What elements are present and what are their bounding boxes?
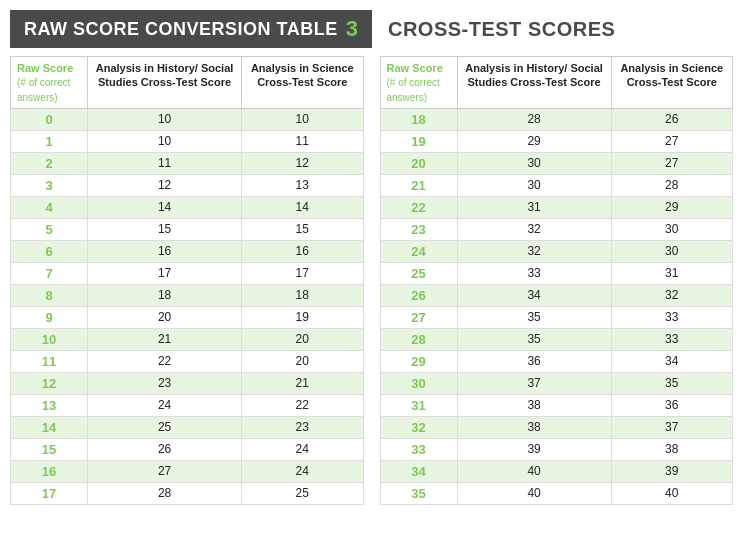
raw-score-cell: 5 bbox=[11, 218, 88, 240]
table-row: 3 12 13 bbox=[11, 174, 364, 196]
raw-score-cell: 16 bbox=[11, 460, 88, 482]
raw-score-cell: 25 bbox=[380, 262, 457, 284]
history-cell: 18 bbox=[88, 284, 242, 306]
table-title-num: 3 bbox=[346, 16, 358, 42]
table-row: 25 33 31 bbox=[380, 262, 733, 284]
raw-score-cell: 15 bbox=[11, 438, 88, 460]
table-row: 27 35 33 bbox=[380, 306, 733, 328]
table-row: 1 10 11 bbox=[11, 130, 364, 152]
col-header-science-1: Analysis in Science Cross-Test Score bbox=[242, 57, 363, 109]
science-cell: 16 bbox=[242, 240, 363, 262]
raw-score-cell: 2 bbox=[11, 152, 88, 174]
history-cell: 35 bbox=[457, 306, 611, 328]
science-cell: 20 bbox=[242, 328, 363, 350]
science-cell: 30 bbox=[611, 240, 732, 262]
science-cell: 14 bbox=[242, 196, 363, 218]
science-cell: 33 bbox=[611, 306, 732, 328]
science-cell: 28 bbox=[611, 174, 732, 196]
science-cell: 35 bbox=[611, 372, 732, 394]
history-cell: 38 bbox=[457, 416, 611, 438]
science-cell: 37 bbox=[611, 416, 732, 438]
raw-score-cell: 30 bbox=[380, 372, 457, 394]
table-row: 33 39 38 bbox=[380, 438, 733, 460]
table-row: 11 22 20 bbox=[11, 350, 364, 372]
history-cell: 34 bbox=[457, 284, 611, 306]
science-cell: 31 bbox=[611, 262, 732, 284]
table-row: 0 10 10 bbox=[11, 108, 364, 130]
table-row: 28 35 33 bbox=[380, 328, 733, 350]
raw-score-cell: 17 bbox=[11, 482, 88, 504]
table-row: 20 30 27 bbox=[380, 152, 733, 174]
science-cell: 18 bbox=[242, 284, 363, 306]
tables-row: Raw Score (# of correct answers) Analysi… bbox=[10, 56, 733, 505]
raw-score-cell: 10 bbox=[11, 328, 88, 350]
raw-score-cell: 9 bbox=[11, 306, 88, 328]
table-row: 4 14 14 bbox=[11, 196, 364, 218]
table-row: 16 27 24 bbox=[11, 460, 364, 482]
raw-score-cell: 8 bbox=[11, 284, 88, 306]
science-cell: 24 bbox=[242, 460, 363, 482]
science-cell: 24 bbox=[242, 438, 363, 460]
history-cell: 21 bbox=[88, 328, 242, 350]
table-row: 5 15 15 bbox=[11, 218, 364, 240]
raw-score-cell: 26 bbox=[380, 284, 457, 306]
table-row: 31 38 36 bbox=[380, 394, 733, 416]
history-cell: 26 bbox=[88, 438, 242, 460]
col-header-science-2: Analysis in Science Cross-Test Score bbox=[611, 57, 732, 109]
raw-score-cell: 19 bbox=[380, 130, 457, 152]
raw-score-cell: 31 bbox=[380, 394, 457, 416]
raw-score-cell: 23 bbox=[380, 218, 457, 240]
page-container: RAW SCORE CONVERSION TABLE 3 CROSS-TEST … bbox=[10, 10, 733, 505]
table-row: 29 36 34 bbox=[380, 350, 733, 372]
science-cell: 11 bbox=[242, 130, 363, 152]
raw-score-cell: 22 bbox=[380, 196, 457, 218]
table-row: 18 28 26 bbox=[380, 108, 733, 130]
history-cell: 15 bbox=[88, 218, 242, 240]
table-row: 13 24 22 bbox=[11, 394, 364, 416]
raw-score-cell: 1 bbox=[11, 130, 88, 152]
raw-score-cell: 12 bbox=[11, 372, 88, 394]
history-cell: 16 bbox=[88, 240, 242, 262]
science-cell: 20 bbox=[242, 350, 363, 372]
science-cell: 34 bbox=[611, 350, 732, 372]
table-row: 23 32 30 bbox=[380, 218, 733, 240]
conversion-table-1: Raw Score (# of correct answers) Analysi… bbox=[10, 56, 364, 505]
history-cell: 28 bbox=[88, 482, 242, 504]
table-row: 34 40 39 bbox=[380, 460, 733, 482]
raw-score-cell: 32 bbox=[380, 416, 457, 438]
raw-score-cell: 3 bbox=[11, 174, 88, 196]
table-row: 8 18 18 bbox=[11, 284, 364, 306]
history-cell: 32 bbox=[457, 218, 611, 240]
science-cell: 32 bbox=[611, 284, 732, 306]
science-cell: 27 bbox=[611, 130, 732, 152]
table-row: 32 38 37 bbox=[380, 416, 733, 438]
cross-test-title: CROSS-TEST SCORES bbox=[388, 18, 615, 41]
history-cell: 24 bbox=[88, 394, 242, 416]
history-cell: 23 bbox=[88, 372, 242, 394]
history-cell: 17 bbox=[88, 262, 242, 284]
history-cell: 10 bbox=[88, 130, 242, 152]
table-row: 14 25 23 bbox=[11, 416, 364, 438]
table-row: 19 29 27 bbox=[380, 130, 733, 152]
raw-score-cell: 24 bbox=[380, 240, 457, 262]
table-row: 12 23 21 bbox=[11, 372, 364, 394]
science-cell: 21 bbox=[242, 372, 363, 394]
history-cell: 30 bbox=[457, 152, 611, 174]
history-cell: 14 bbox=[88, 196, 242, 218]
table-row: 26 34 32 bbox=[380, 284, 733, 306]
header-row: RAW SCORE CONVERSION TABLE 3 CROSS-TEST … bbox=[10, 10, 733, 48]
raw-score-cell: 28 bbox=[380, 328, 457, 350]
history-cell: 33 bbox=[457, 262, 611, 284]
table-row: 6 16 16 bbox=[11, 240, 364, 262]
science-cell: 10 bbox=[242, 108, 363, 130]
history-cell: 11 bbox=[88, 152, 242, 174]
science-cell: 26 bbox=[611, 108, 732, 130]
table-row: 35 40 40 bbox=[380, 482, 733, 504]
history-cell: 38 bbox=[457, 394, 611, 416]
raw-score-cell: 27 bbox=[380, 306, 457, 328]
raw-score-cell: 4 bbox=[11, 196, 88, 218]
science-cell: 19 bbox=[242, 306, 363, 328]
table-row: 24 32 30 bbox=[380, 240, 733, 262]
raw-score-cell: 0 bbox=[11, 108, 88, 130]
raw-score-cell: 11 bbox=[11, 350, 88, 372]
